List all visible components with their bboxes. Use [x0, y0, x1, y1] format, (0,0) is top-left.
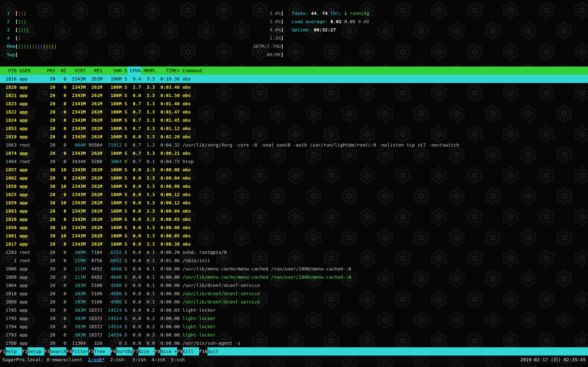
cell-time: 0:01.86 — [155, 257, 180, 265]
fkey-item-f9[interactable]: F9Kill — [177, 347, 199, 356]
process-row[interactable]: 1823app2002343M261M106MS0.73.30:01.46obs — [0, 100, 588, 108]
process-row[interactable]: 1859app30102343M261M106MS0.03.30:00.12ob… — [0, 199, 588, 207]
cell-res: 320 — [86, 339, 102, 347]
cell-mem: 0.1 — [141, 273, 155, 281]
tmux-window-4[interactable]: 4:zsh — [152, 356, 165, 364]
process-row[interactable]: 1857app30102343M261M106MS0.03.30:00.08ob… — [0, 166, 588, 174]
cell-user: app — [19, 323, 44, 331]
fkey-item-f7[interactable]: F7Nice - — [133, 347, 155, 356]
process-row[interactable]: 1785app200383M1837214524S0.00.20:00.03li… — [0, 306, 588, 314]
cell-time: 0:00.08 — [155, 182, 180, 190]
process-row[interactable]: 1816app2002343M261M106MS9.43.30:19.36obs — [0, 75, 588, 83]
process-row[interactable]: 1858app30102343M261M106MS0.03.30:00.08ob… — [0, 182, 588, 190]
cell-time: 0:02.26 — [155, 133, 180, 141]
fkey-item-f1[interactable]: F1Help — [0, 347, 22, 356]
process-row[interactable]: 1404root2003434052883884R0.70.10:04.72ht… — [0, 157, 588, 166]
cell-pid: 1862 — [3, 174, 17, 182]
cell-user: app — [19, 133, 44, 141]
process-row[interactable]: 1861app30102343M261M106MS0.03.30:00.05ob… — [0, 232, 588, 240]
cell-pid: 1825 — [3, 190, 17, 199]
col-header-pri[interactable]: PRI — [44, 67, 55, 75]
fkey-item-f6[interactable]: F6SortBy — [111, 347, 133, 356]
process-row[interactable]: 1810app200183M51004580S0.00.10:00.00/usr… — [0, 290, 588, 298]
tmux-window-1[interactable]: 1:ssh* — [88, 356, 104, 364]
cell-time: 0:04.72 — [155, 157, 180, 166]
fkey-item-f10[interactable]: F10Quit — [199, 347, 224, 356]
process-row[interactable]: 1806app200111M44524040S0.00.10:00.00/usr… — [0, 265, 588, 273]
cell-cmd: obs — [183, 83, 588, 91]
cell-ni: 0 — [55, 133, 66, 141]
process-row[interactable]: 1root200219M87566652S0.00.10:01.86/sbin/… — [0, 257, 588, 265]
process-row[interactable]: 1793app200383M1837214524S0.00.20:00.00li… — [0, 331, 588, 339]
process-row[interactable]: 1826app2002343M261M106MS0.03.30:00.65obs — [0, 215, 588, 223]
cell-s: S — [122, 83, 127, 91]
col-header-ni[interactable]: NI — [55, 67, 66, 75]
cell-s: S — [122, 339, 127, 347]
process-row[interactable]: 1825app2002343M261M106MS0.03.30:00.12obs — [0, 190, 588, 199]
fkey-label: F1 — [0, 347, 6, 356]
cell-virt: 219M — [66, 257, 86, 265]
fkey-item-f4[interactable]: F4Filter — [66, 347, 88, 356]
col-header-time[interactable]: TIME+ — [155, 67, 180, 75]
tmux-window-2[interactable]: 2:zsh- — [110, 356, 127, 364]
process-row[interactable]: 1856app30102343M261M106MS0.03.30:00.08ob… — [0, 223, 588, 232]
process-row[interactable]: 1817app2002343M261M106MS0.03.30:00.38obs — [0, 240, 588, 248]
fkey-item-f5[interactable]: F5Tree — [88, 347, 111, 356]
cell-s: R — [122, 157, 127, 166]
cell-pri: 20 — [44, 281, 55, 290]
cell-res: 5288 — [86, 157, 102, 166]
process-row[interactable]: 1780app200113043200S0.00.00:00.00/usr/bi… — [0, 339, 588, 347]
meter-open-bracket: [ — [15, 42, 18, 50]
process-row[interactable]: 1822app2002343M261M106MS0.73.30:01.47obs — [0, 108, 588, 116]
info-segment: 0.05 — [344, 19, 358, 24]
fkey-item-f2[interactable]: F2Setup — [22, 347, 44, 356]
cell-s: S — [122, 215, 127, 223]
cell-res: 18372 — [86, 323, 102, 331]
cell-virt: 111M — [66, 273, 86, 281]
process-row[interactable]: 1794app200383M1837214524S0.00.20:00.00li… — [0, 323, 588, 331]
cell-mem: 3.3 — [141, 174, 155, 182]
process-row[interactable]: 1663root200664M9550471912S0.71.20:04.32/… — [0, 141, 588, 149]
col-header-shr[interactable]: SHR — [102, 67, 121, 75]
process-row[interactable]: 1863app2002343M261M106MS0.03.30:00.04obs — [0, 207, 588, 215]
process-row[interactable]: 1809app200183M51004580S0.00.10:00.00/usr… — [0, 298, 588, 306]
cell-s: S — [122, 91, 127, 100]
cell-s: S — [122, 265, 127, 273]
process-row[interactable]: 1853app2002343M261M106MS0.73.30:01.12obs — [0, 124, 588, 133]
col-header-pid[interactable]: PID — [3, 67, 17, 75]
fkey-item-f3[interactable]: F3Search — [44, 347, 66, 356]
process-row[interactable]: 1808app200111M44524040S0.00.10:00.00/usr… — [0, 273, 588, 281]
cell-pri: 20 — [44, 133, 55, 141]
process-row[interactable]: 1821app2002343M261M106MS0.03.30:01.50obs — [0, 91, 588, 100]
process-row[interactable]: 1804app200183M51004580S0.00.10:00.00/usr… — [0, 281, 588, 290]
info-block: Tasks: 44, 74 thr; 1 runningLoad average… — [292, 9, 369, 34]
col-header-s[interactable]: S — [122, 67, 127, 75]
col-header-cmd[interactable]: Command — [183, 67, 588, 75]
process-row[interactable]: 1795app200383M1837214524S0.00.20:00.00li… — [0, 314, 588, 323]
process-row[interactable]: 1283root200109M71846152S0.00.10:00.20ssh… — [0, 248, 588, 257]
process-row[interactable]: 1862app2002343M261M106MS0.03.30:00.04obs — [0, 174, 588, 182]
cell-res: 261M — [86, 166, 102, 174]
col-header-virt[interactable]: VIRT — [66, 67, 86, 75]
process-row[interactable]: 1820app2002343M261M106MS2.73.30:03.48obs — [0, 83, 588, 91]
fkey-item-f8[interactable]: F8Nice + — [155, 347, 177, 356]
cell-user: app — [19, 190, 44, 199]
tmux-window-3[interactable]: 3:zsh — [132, 356, 146, 364]
tmux-window-0[interactable]: 0:emacsclient — [47, 356, 83, 364]
process-row[interactable]: 1819app2002343M261M106MS0.03.30:02.26obs — [0, 133, 588, 141]
col-header-mem[interactable]: MEM% — [141, 67, 155, 75]
cell-pid: 1816 — [3, 75, 17, 83]
cell-ni: 0 — [55, 83, 66, 91]
cell-virt: 2343M — [66, 207, 86, 215]
process-row[interactable]: 1824app2002343M261M106MS0.73.30:01.45obs — [0, 116, 588, 124]
cell-virt: 2343M — [66, 83, 86, 91]
col-header-user[interactable]: USER — [19, 67, 44, 75]
cell-virt: 111M — [66, 265, 86, 273]
col-header-res[interactable]: RES — [86, 67, 102, 75]
cell-s: S — [122, 248, 127, 257]
tmux-window-5[interactable]: 5:ssh — [171, 356, 185, 364]
cell-pid: 1822 — [3, 108, 17, 116]
col-header-cpu[interactable]: CPU% — [127, 67, 141, 75]
cell-s: S — [122, 124, 127, 133]
process-row[interactable]: 1874app2002343M261M106MS0.73.30:00.21obs — [0, 149, 588, 157]
